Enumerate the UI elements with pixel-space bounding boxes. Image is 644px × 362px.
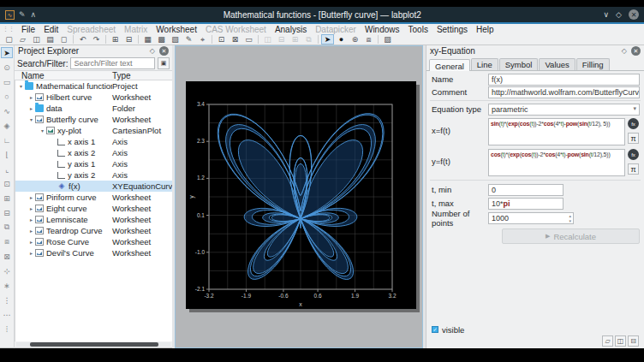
tree-item-fx[interactable]: ◈ f(x) XYEquationCurve	[15, 181, 172, 192]
functions-icon[interactable]: fx	[628, 118, 639, 129]
menu-windows[interactable]: Windows	[361, 25, 404, 34]
auto-scale-icon[interactable]: ⊹	[1, 265, 13, 276]
float-dock-icon[interactable]: ◇	[150, 47, 155, 55]
zoom-out-icon[interactable]: ⊟	[1, 207, 13, 218]
close-dock-icon[interactable]: ✕	[159, 46, 169, 56]
add-equation-curve-icon[interactable]: ◈	[1, 120, 13, 131]
butterfly-plot[interactable]: -3.2-1.9-0.60.61.93.23.42.31.20.1-1.0-2.…	[186, 81, 416, 309]
menu-settings[interactable]: Settings	[432, 25, 472, 34]
constants-pi-icon[interactable]: π	[628, 133, 639, 144]
pin-icon[interactable]: ✎	[19, 10, 26, 19]
tree-item-devils-curve[interactable]: ▸ Devil's Curve Worksheet	[15, 247, 172, 258]
float-dock-icon[interactable]: ◇	[622, 47, 627, 55]
copy-settings-icon[interactable]: ⊟	[628, 335, 639, 347]
tmin-field[interactable]: 0	[488, 184, 564, 196]
column-type[interactable]: Type	[112, 71, 172, 80]
tree-item-y-axis-2[interactable]: y axis 2 Axis	[15, 169, 172, 181]
save-template-icon[interactable]: ◫	[615, 335, 626, 347]
x-equation-field[interactable]: sin(t)*(exp(cos(t))-2*cos(4*t)-pow(sin(t…	[488, 118, 625, 145]
import-icon[interactable]: ⊡	[215, 34, 228, 45]
load-template-icon[interactable]: ▱	[602, 335, 613, 347]
functions-icon[interactable]: fx	[628, 149, 639, 160]
scale-auto-icon[interactable]: ⁞	[1, 323, 13, 335]
expander-icon[interactable]: ▸	[27, 205, 35, 211]
plot-settings-icon[interactable]: ⊙	[1, 62, 13, 73]
tab-filling[interactable]: Filling	[576, 58, 610, 70]
tree-item-lemniscate[interactable]: ▸ Lemniscate Worksheet	[15, 214, 172, 225]
menu-worksheet[interactable]: Worksheet	[152, 25, 201, 34]
expander-icon[interactable]: ▸	[27, 194, 35, 200]
menu-help[interactable]: Help	[472, 25, 498, 34]
undo-icon[interactable]: ↶	[76, 34, 89, 45]
restore-view-icon[interactable]: ⧈	[362, 34, 375, 45]
expander-icon[interactable]: ▸	[27, 217, 35, 223]
expander-icon[interactable]: ▸	[27, 228, 35, 234]
fit-page-icon[interactable]: ▭	[242, 34, 255, 45]
expander-icon[interactable]: ▾	[17, 83, 25, 89]
tree-column-headers[interactable]: Name Type	[15, 70, 172, 80]
tree-item-piriform-curve[interactable]: ▸ Piriform curve Worksheet	[15, 192, 172, 203]
name-field[interactable]: f(x)	[488, 74, 640, 86]
tree-item-xy-plot[interactable]: ▾ xy-plot CartesianPlot	[15, 125, 172, 136]
worksheet-view[interactable]: -3.2-1.9-0.60.61.93.23.42.31.20.1-1.0-2.…	[175, 45, 423, 348]
xy-equation-header[interactable]: xy-Equation ◇ ✕	[426, 45, 644, 56]
new-matrix-icon[interactable]: ▩	[155, 34, 168, 45]
new-datapicker-icon[interactable]: ⌖	[196, 34, 209, 45]
expander-icon[interactable]: ▾	[27, 116, 35, 122]
close-dock-icon[interactable]: ✕	[631, 46, 641, 56]
worksheet-page[interactable]: -3.2-1.9-0.60.61.93.23.42.31.20.1-1.0-2.…	[186, 81, 416, 309]
npoints-spinner[interactable]: 1000 ▴▾	[488, 212, 574, 224]
tmax-field[interactable]: 10*pi	[488, 198, 564, 210]
column-name[interactable]: Name	[15, 71, 112, 80]
add-shape-icon[interactable]: ○	[1, 91, 13, 102]
zoom-y-select-icon[interactable]: ⊠	[1, 251, 13, 262]
visible-checkbox[interactable]: ✓	[432, 326, 438, 333]
tree-item-teardrop-curve[interactable]: ▸ Teardrop Curve Worksheet	[15, 225, 172, 236]
tree-item-data[interactable]: ▸ data Folder	[15, 103, 172, 114]
tree-item-rose-curve[interactable]: ▸ Rose Curve Worksheet	[15, 236, 172, 247]
recalculate-button[interactable]: ▶ Recalculate	[502, 228, 640, 244]
expander-icon[interactable]: ▸	[27, 250, 35, 256]
shade-icon[interactable]: ∧	[31, 10, 37, 19]
filter-options-icon[interactable]: ▣	[158, 57, 170, 69]
new-spreadsheet-icon[interactable]: ▦	[141, 34, 154, 45]
add-axis-icon[interactable]: ∟	[1, 134, 13, 145]
select-tool-icon[interactable]: ➤	[321, 34, 334, 45]
menu-tools[interactable]: Tools	[404, 25, 432, 34]
redo-icon[interactable]: ↷	[90, 34, 103, 45]
tree-item-eight-curve[interactable]: ▸ Eight curve Worksheet	[15, 203, 172, 214]
tree-item-y-axis-1[interactable]: y axis 1 Axis	[15, 158, 172, 169]
tab-symbol[interactable]: Symbol	[499, 58, 539, 70]
print-preview-icon[interactable]: ◻	[57, 34, 70, 45]
search-input[interactable]	[70, 57, 155, 69]
maximize-icon[interactable]: ◇	[616, 10, 622, 19]
menu-edit[interactable]: Edit	[39, 25, 63, 34]
print-icon[interactable]: ▤	[44, 34, 57, 45]
tab-line[interactable]: Line	[471, 58, 498, 70]
new-workbook-icon[interactable]: ⊟	[122, 34, 135, 45]
tab-values[interactable]: Values	[539, 58, 575, 70]
open-project-icon[interactable]: ▱	[16, 34, 29, 45]
zoom-in-icon[interactable]: ⊞	[1, 193, 13, 204]
zoom-tool-icon[interactable]: ⊛	[349, 34, 361, 45]
expander-icon[interactable]: ▸	[27, 239, 35, 245]
export-icon[interactable]: ⊠	[229, 34, 242, 45]
zoom-x-select-icon[interactable]: ⧈	[1, 236, 13, 247]
new-folder-icon[interactable]: ⊞	[109, 34, 122, 45]
constants-pi-icon[interactable]: π	[628, 163, 639, 175]
expander-icon[interactable]: ▸	[27, 105, 35, 111]
new-worksheet-icon[interactable]: ▧	[169, 34, 182, 45]
add-legend-icon[interactable]: ⊡	[1, 178, 13, 189]
auto-scale-x-icon[interactable]: ∗	[1, 280, 13, 291]
menu-file[interactable]: File	[17, 25, 39, 34]
new-note-icon[interactable]: ✎	[182, 34, 195, 45]
tab-general[interactable]: General	[429, 59, 470, 71]
plot-select-cursor-icon[interactable]: ➤	[1, 47, 13, 58]
shift-right-icon[interactable]: ⋯	[1, 309, 13, 320]
minimize-icon[interactable]: ∨	[603, 10, 609, 19]
scrollbar-thumb[interactable]	[30, 342, 158, 347]
tree-item-butterfly-curve[interactable]: ▾ Butterfly curve Worksheet	[15, 114, 172, 125]
tree-item-project[interactable]: ▾ Mathematical functions Project	[15, 80, 172, 92]
y-equation-field[interactable]: cos(t)*(exp(cos(t))-2*cos(4*t)-pow(sin(t…	[488, 149, 625, 176]
project-explorer-header[interactable]: Project Explorer ◇ ✕	[15, 45, 172, 56]
